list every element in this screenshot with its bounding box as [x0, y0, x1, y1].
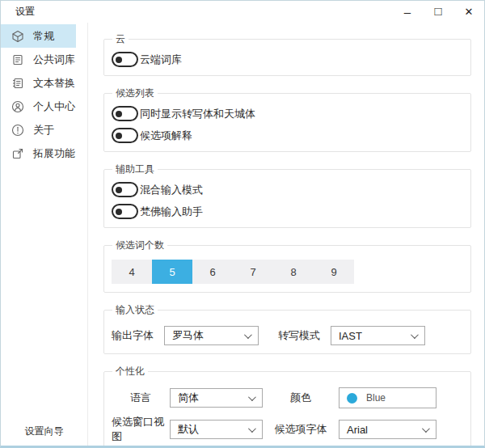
toggle-label: 云端词库: [140, 53, 182, 67]
chevron-down-icon: [244, 331, 252, 339]
color-swatch-blue-icon: [347, 393, 357, 404]
sidebar-item-about[interactable]: 关于: [1, 118, 76, 142]
dictionary-icon: [11, 53, 24, 66]
toggle-row: 梵佛输入助手: [112, 204, 462, 219]
maximize-button[interactable]: □: [423, 1, 453, 23]
sidebar: 常规 公共词库 文本替换 个人中心: [1, 23, 88, 446]
settings-window: 设置 – □ ✕ 常规: [0, 0, 485, 448]
toggle-label: 候选项解释: [140, 129, 192, 143]
chevron-down-icon: [248, 393, 256, 401]
cloud-dictionary-toggle[interactable]: [112, 52, 138, 67]
candidate-count-option[interactable]: 8: [273, 260, 314, 284]
toggle-row: 云端词库: [112, 52, 462, 67]
section-legend: 候选词个数: [112, 239, 167, 252]
minimize-button[interactable]: –: [392, 1, 423, 23]
toggle-label: 梵佛输入助手: [140, 205, 203, 219]
section-input-state: 输入状态 输出字体 罗马体 转写模式 IAST: [103, 303, 471, 354]
external-link-icon: [11, 147, 24, 160]
candidate-font-value: Arial: [347, 424, 368, 436]
section-candidate-count: 候选词个数 4 5 6 7 8 9: [103, 239, 471, 293]
color-value: Blue: [366, 392, 386, 404]
toggle-row: 同时显示转写体和天城体: [112, 106, 462, 121]
cube-icon: [11, 30, 24, 43]
candidate-count-option[interactable]: 6: [192, 260, 233, 284]
sidebar-item-general[interactable]: 常规: [1, 24, 76, 48]
section-legend: 输入状态: [112, 303, 158, 317]
candidate-explanation-toggle[interactable]: [112, 128, 138, 143]
chevron-down-icon: [248, 425, 256, 433]
candidate-count-option[interactable]: 4: [112, 260, 152, 284]
main-area: 常规 公共词库 文本替换 个人中心: [1, 23, 484, 446]
color-picker[interactable]: Blue: [339, 387, 436, 408]
text-replace-icon: [11, 77, 24, 90]
personalization-row: 候选窗口视图 默认 候选项字体 Arial: [112, 415, 462, 444]
sidebar-item-label: 常规: [33, 29, 54, 44]
sidebar-item-text-replace[interactable]: 文本替换: [1, 71, 76, 95]
sidebar-item-label: 公共词库: [33, 53, 75, 67]
candidate-window-view-value: 默认: [178, 422, 199, 437]
user-icon: [11, 100, 24, 113]
candidate-count-option[interactable]: 9: [314, 260, 354, 284]
sidebar-item-extensions[interactable]: 拓展功能: [1, 142, 76, 165]
input-state-row: 输出字体 罗马体 转写模式 IAST: [112, 326, 462, 345]
info-icon: [11, 124, 24, 137]
sidebar-item-label: 文本替换: [33, 76, 75, 91]
settings-content: 云 云端词库 候选列表 同时显示转写体和天城体 候选项解释 辅助工具: [88, 23, 484, 446]
toggle-label: 同时显示转写体和天城体: [140, 107, 255, 121]
minimize-icon: –: [404, 5, 411, 19]
candidate-window-view-select[interactable]: 默认: [170, 420, 263, 439]
maximize-icon: □: [434, 4, 441, 18]
candidate-font-label: 候选项字体: [263, 422, 339, 437]
transliteration-mode-value: IAST: [339, 330, 362, 342]
language-select[interactable]: 简体: [170, 388, 263, 408]
show-transliteration-devanagari-toggle[interactable]: [112, 106, 138, 121]
language-value: 简体: [178, 391, 199, 405]
language-label: 语言: [112, 391, 170, 405]
output-font-value: 罗马体: [172, 328, 204, 343]
output-font-label: 输出字体: [112, 328, 154, 343]
sanskrit-input-assistant-toggle[interactable]: [112, 204, 138, 219]
sidebar-item-personal-center[interactable]: 个人中心: [1, 95, 76, 118]
close-icon: ✕: [465, 6, 474, 18]
mixed-input-mode-toggle[interactable]: [112, 182, 138, 197]
section-legend: 云: [112, 32, 129, 46]
chevron-down-icon: [411, 331, 419, 339]
color-label: 颜色: [263, 391, 339, 405]
toggle-row: 混合输入模式: [112, 182, 462, 197]
toggle-row: 候选项解释: [112, 128, 462, 143]
section-legend: 候选列表: [112, 87, 158, 100]
candidate-font-select[interactable]: Arial: [339, 420, 436, 439]
transliteration-mode-select[interactable]: IAST: [331, 326, 425, 345]
window-title: 设置: [15, 5, 35, 19]
chevron-down-icon: [422, 425, 430, 433]
section-legend: 辅助工具: [112, 163, 158, 176]
candidate-count-option[interactable]: 7: [233, 260, 273, 284]
sidebar-item-label: 关于: [33, 123, 54, 137]
section-aux-tools: 辅助工具 混合输入模式 梵佛输入助手: [103, 163, 471, 228]
candidate-count-segmented-control: 4 5 6 7 8 9: [112, 260, 354, 284]
personalization-row: 语言 简体 颜色 Blue: [112, 387, 462, 408]
section-cloud: 云 云端词库: [103, 32, 471, 76]
section-candidate-list: 候选列表 同时显示转写体和天城体 候选项解释: [103, 87, 471, 152]
titlebar: 设置 – □ ✕: [1, 1, 484, 23]
settings-wizard-link[interactable]: 设置向导: [1, 425, 87, 438]
sidebar-item-label: 个人中心: [33, 99, 75, 114]
section-legend: 个性化: [112, 365, 148, 378]
toggle-label: 混合输入模式: [140, 183, 203, 197]
section-personalization: 个性化 语言 简体 颜色 Blue 候选窗口视图 默: [103, 365, 471, 446]
transliteration-mode-label: 转写模式: [278, 328, 320, 343]
close-button[interactable]: ✕: [453, 1, 484, 23]
sidebar-item-public-dictionary[interactable]: 公共词库: [1, 48, 76, 71]
sidebar-item-label: 拓展功能: [33, 146, 75, 161]
candidate-window-view-label: 候选窗口视图: [112, 415, 170, 444]
candidate-count-option-selected[interactable]: 5: [152, 260, 192, 284]
output-font-select[interactable]: 罗马体: [164, 326, 259, 345]
window-controls: – □ ✕: [392, 1, 484, 23]
